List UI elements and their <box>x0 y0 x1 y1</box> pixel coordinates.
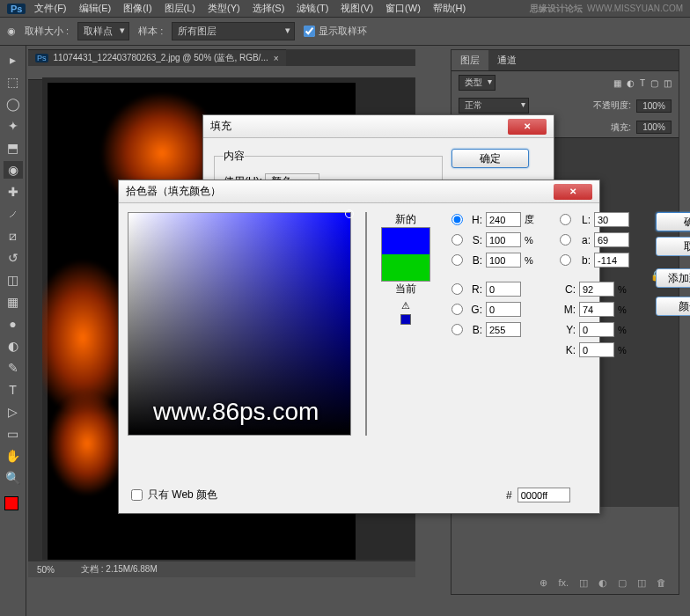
g-radio[interactable] <box>451 304 463 315</box>
b2-field[interactable] <box>486 322 521 337</box>
menu-help[interactable]: 帮助(H) <box>433 2 466 15</box>
tab-channels[interactable]: 通道 <box>488 50 525 70</box>
g-field[interactable] <box>486 302 521 317</box>
show-ring-checkbox[interactable]: 显示取样环 <box>304 25 367 38</box>
y-field[interactable] <box>579 322 614 337</box>
h-field[interactable] <box>486 212 521 227</box>
history-brush-tool[interactable]: ↺ <box>4 249 23 267</box>
picker-cancel-button[interactable]: 取消 <box>656 237 690 256</box>
r-field[interactable] <box>486 282 521 297</box>
opacity-value[interactable]: 100% <box>636 99 672 113</box>
menu-edit[interactable]: 编辑(E) <box>79 2 112 15</box>
lasso-tool[interactable]: ◯ <box>4 95 23 113</box>
hex-label: # <box>506 489 512 502</box>
blur-tool[interactable]: ● <box>4 315 23 333</box>
close-tab-icon[interactable]: × <box>274 54 279 63</box>
blend-mode-select[interactable]: 正常 <box>459 98 529 114</box>
s-radio[interactable] <box>451 234 463 246</box>
b-field[interactable] <box>486 253 521 268</box>
hue-slider[interactable] <box>365 212 367 436</box>
menu-view[interactable]: 视图(V) <box>341 2 373 15</box>
shape-tool[interactable]: ▭ <box>4 425 23 443</box>
m-field[interactable] <box>579 302 614 317</box>
trash-icon[interactable]: 🗑 <box>657 577 666 589</box>
move-tool[interactable]: ▸ <box>4 51 23 69</box>
add-swatch-button[interactable]: 添加到色板 <box>656 268 690 288</box>
new-layer-icon[interactable]: ◫ <box>637 577 646 589</box>
fill-dialog-title: 填充 <box>210 119 508 134</box>
color-picker-dialog: 拾色器（填充颜色）✕ 新的 当前 ⚠ H:度 S:% B:% <box>118 180 600 514</box>
dodge-tool[interactable]: ◐ <box>4 337 23 355</box>
gamut-warning-icon[interactable]: ⚠ <box>401 300 410 312</box>
pen-tool[interactable]: ✎ <box>4 359 23 377</box>
s-field[interactable] <box>486 232 521 247</box>
mask-icon[interactable]: ◫ <box>579 577 588 589</box>
marquee-tool[interactable]: ⬚ <box>4 73 23 91</box>
wand-tool[interactable]: ✦ <box>4 117 23 135</box>
sample-layers-select[interactable]: 所有图层 <box>172 22 295 40</box>
r-radio[interactable] <box>451 283 463 295</box>
menu-file[interactable]: 文件(F) <box>34 2 66 15</box>
brush-tool[interactable]: ⟋ <box>4 205 23 223</box>
hand-tool[interactable]: ✋ <box>4 447 23 465</box>
filter-shape-icon[interactable]: ▢ <box>650 78 658 88</box>
gradient-tool[interactable]: ▦ <box>4 293 23 311</box>
picker-ok-button[interactable]: 确定 <box>656 212 690 231</box>
eyedropper-tool[interactable]: ◉ <box>4 161 23 179</box>
sample-label: 样本 : <box>138 25 163 38</box>
link-layers-icon[interactable]: ⊕ <box>540 577 547 589</box>
doc-size: 文档 : 2.15M/6.88M <box>81 563 158 576</box>
heal-tool[interactable]: ✚ <box>4 183 23 201</box>
eraser-tool[interactable]: ◫ <box>4 271 23 289</box>
document-tab[interactable]: Ps11074431_122403780263_2.jpg @ 50% (蓝色,… <box>28 49 286 66</box>
group-icon[interactable]: ▢ <box>618 577 627 589</box>
l-radio[interactable] <box>560 214 571 225</box>
b2-radio[interactable] <box>451 324 463 335</box>
web-colors-checkbox[interactable]: 只有 Web 颜色 <box>131 488 217 502</box>
filter-kind-select[interactable]: 类型 <box>459 75 495 91</box>
gamut-color-icon[interactable] <box>400 314 411 325</box>
lab-b-radio[interactable] <box>560 254 571 266</box>
current-color-label: 当前 <box>395 282 416 297</box>
color-field[interactable] <box>128 212 351 436</box>
a-field[interactable] <box>594 232 629 247</box>
a-radio[interactable] <box>560 234 571 246</box>
path-select-tool[interactable]: ▷ <box>4 403 23 421</box>
tab-layers[interactable]: 图层 <box>451 50 488 70</box>
menu-layer[interactable]: 图层(L) <box>165 2 195 15</box>
status-bar: 50% 文档 : 2.15M/6.88M <box>28 561 415 577</box>
stamp-tool[interactable]: ⧄ <box>4 227 23 245</box>
adjustment-icon[interactable]: ◐ <box>598 577 607 589</box>
crop-tool[interactable]: ⬒ <box>4 139 23 157</box>
lab-b-field[interactable] <box>594 253 629 268</box>
hex-field[interactable] <box>518 488 570 502</box>
forum-url: WWW.MISSYUAN.COM <box>587 4 683 13</box>
menu-select[interactable]: 选择(S) <box>253 2 285 15</box>
menu-image[interactable]: 图像(I) <box>123 2 151 15</box>
sample-size-select[interactable]: 取样点 <box>77 22 129 40</box>
current-color-swatch <box>382 254 429 281</box>
l-field[interactable] <box>594 212 629 227</box>
fx-icon[interactable]: fx. <box>558 577 569 589</box>
k-field[interactable] <box>579 342 614 357</box>
fill-value[interactable]: 100% <box>636 121 672 134</box>
color-preview <box>381 227 430 282</box>
fill-ok-button[interactable]: 确定 <box>451 149 529 168</box>
zoom-level[interactable]: 50% <box>37 565 55 575</box>
filter-smart-icon[interactable]: ◫ <box>664 78 672 88</box>
b-radio[interactable] <box>451 254 463 266</box>
color-picker-close[interactable]: ✕ <box>554 184 592 200</box>
filter-pixel-icon[interactable]: ▦ <box>613 78 621 88</box>
color-libraries-button[interactable]: 颜色库 <box>656 297 690 316</box>
menu-window[interactable]: 窗口(W) <box>385 2 421 15</box>
zoom-tool[interactable]: 🔍 <box>4 469 23 487</box>
h-radio[interactable] <box>451 214 463 225</box>
fill-dialog-close[interactable]: ✕ <box>508 119 547 135</box>
c-field[interactable] <box>579 282 614 297</box>
color-swatches[interactable] <box>4 496 22 514</box>
type-tool[interactable]: T <box>4 381 23 399</box>
filter-adjust-icon[interactable]: ◐ <box>627 78 635 88</box>
menu-type[interactable]: 类型(Y) <box>208 2 240 15</box>
filter-type-icon[interactable]: T <box>640 78 645 88</box>
menu-filter[interactable]: 滤镜(T) <box>297 2 328 15</box>
